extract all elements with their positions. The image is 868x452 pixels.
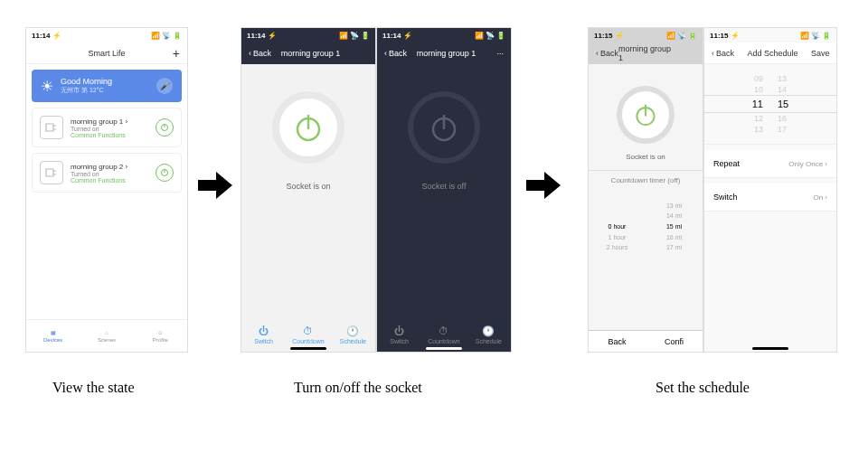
picker-confirm[interactable]: Confi bbox=[646, 331, 703, 352]
more-button[interactable]: ··· bbox=[486, 49, 504, 58]
power-button[interactable] bbox=[617, 86, 675, 144]
time: 11:14 ⚡ bbox=[247, 32, 277, 40]
plug-icon bbox=[40, 116, 63, 139]
status-bar: 11:14 ⚡ 📶 📡 🔋 bbox=[241, 28, 375, 42]
signal-icons: 📶 📡 🔋 bbox=[666, 32, 697, 40]
setting-value: On › bbox=[813, 193, 827, 202]
picker-sel: 0 hour bbox=[589, 221, 646, 232]
back-button[interactable]: ‹Back bbox=[384, 49, 407, 58]
back-button[interactable]: ‹Back bbox=[712, 49, 734, 58]
tab-switch[interactable]: ⏻Switch bbox=[241, 324, 286, 344]
time-picker[interactable]: 0 hour 1 hour 2 hours 13 mi 14 mi 15 mi … bbox=[589, 201, 703, 252]
caption: Turn on/off the socket bbox=[294, 380, 422, 396]
switch-setting[interactable]: Switch On › bbox=[704, 184, 836, 212]
minute-column[interactable]: 13 mi 14 mi 15 mi 16 mi 17 mi bbox=[646, 201, 703, 252]
nav-bar: ‹Back morning group 1 bbox=[589, 42, 703, 64]
app-title: Smart Life bbox=[88, 49, 125, 58]
phone-schedule: 11:15 ⚡ 📶 📡 🔋 ‹Back Add Schedule Save 09… bbox=[703, 27, 837, 353]
greeting: Good Morning bbox=[61, 77, 112, 86]
device-row[interactable]: morning group 1 › Turned on Common Funct… bbox=[32, 108, 182, 147]
home-indicator[interactable] bbox=[426, 347, 462, 350]
tab-schedule[interactable]: 🕐Schedule bbox=[467, 324, 511, 344]
device-name: morning group 2 › bbox=[71, 163, 148, 171]
power-button[interactable] bbox=[408, 91, 480, 164]
nav-bar: Smart Life + bbox=[26, 42, 187, 64]
tab-switch[interactable]: ⏻Switch bbox=[377, 324, 421, 344]
phone-countdown: 11:15 ⚡ 📶 📡 🔋 ‹Back morning group 1 Sock… bbox=[588, 27, 703, 353]
setting-label: Switch bbox=[713, 193, 738, 202]
home-icon: ⌂ bbox=[105, 330, 108, 335]
picker-row: 0913 bbox=[704, 73, 836, 84]
back-button[interactable]: ‹Back bbox=[249, 49, 271, 58]
socket-state-label: Socket is on bbox=[589, 153, 703, 161]
nav-bar: ‹Back morning group 1 ··· bbox=[377, 42, 511, 64]
common-functions-link[interactable]: Common Functions bbox=[71, 177, 148, 184]
tab-scenes[interactable]: ⌂Scenes bbox=[80, 320, 133, 352]
phone-socket-off: 11:14 ⚡ 📶 📡 🔋 ‹Back morning group 1 ··· … bbox=[376, 27, 512, 353]
weather-info: 无州市 第 12°C bbox=[61, 86, 112, 95]
grid-icon: ▦ bbox=[51, 329, 56, 335]
chevron-left-icon: ‹ bbox=[712, 49, 714, 58]
status-bar: 11:15 ⚡ 📶 📡 🔋 bbox=[704, 28, 836, 42]
weather-banner[interactable]: ☀ Good Morning 无州市 第 12°C 🎤 bbox=[32, 70, 182, 102]
status-bar: 11:14 ⚡ 📶 📡 🔋 bbox=[377, 28, 511, 42]
signal-icons: 📶 📡 🔋 bbox=[151, 32, 182, 40]
signal-icons: 📶 📡 🔋 bbox=[339, 32, 370, 40]
status-bar: 11:14 ⚡ 📶 📡 🔋 bbox=[26, 28, 187, 42]
clock-icon: 🕐 bbox=[331, 324, 375, 338]
socket-state-label: Socket is on bbox=[241, 182, 375, 191]
clock-icon: 🕐 bbox=[467, 324, 511, 338]
power-icon: ⏻ bbox=[241, 324, 286, 338]
setting-value: Only Once › bbox=[788, 160, 827, 168]
tab-bar: ▦Devices ⌂Scenes ☺Profile bbox=[26, 319, 187, 352]
device-row[interactable]: morning group 2 › Turned on Common Funct… bbox=[32, 153, 182, 193]
tab-profile[interactable]: ☺Profile bbox=[134, 320, 187, 352]
back-button[interactable]: ‹Back bbox=[596, 49, 618, 58]
setting-label: Repeat bbox=[713, 159, 740, 168]
arrow-icon bbox=[526, 172, 561, 199]
power-toggle[interactable] bbox=[156, 164, 174, 182]
countdown-title: Countdown timer (off) bbox=[589, 170, 703, 184]
picker-actions: Back Confi bbox=[589, 330, 703, 352]
picker-row: 1014 bbox=[704, 84, 836, 95]
time: 11:14 ⚡ bbox=[382, 32, 412, 40]
save-button[interactable]: Save bbox=[811, 49, 829, 58]
add-button[interactable]: + bbox=[162, 46, 180, 61]
picker-row: 1317 bbox=[704, 124, 836, 135]
power-toggle[interactable] bbox=[156, 118, 174, 137]
device-name: morning group 1 › bbox=[71, 118, 148, 126]
common-functions-link[interactable]: Common Functions bbox=[71, 132, 148, 138]
tab-schedule[interactable]: 🕐Schedule bbox=[331, 324, 375, 344]
picker-sel: 15 mi bbox=[646, 221, 703, 232]
tab-devices[interactable]: ▦Devices bbox=[26, 320, 80, 352]
power-button[interactable] bbox=[272, 91, 344, 164]
sun-icon: ☀ bbox=[41, 78, 53, 95]
picker-row: 1216 bbox=[704, 113, 836, 124]
hour-column[interactable]: 0 hour 1 hour 2 hours bbox=[589, 201, 646, 252]
timer-icon: ⏱ bbox=[286, 324, 330, 338]
picker-back[interactable]: Back bbox=[589, 331, 646, 352]
nav-bar: ‹Back Add Schedule Save bbox=[704, 42, 836, 64]
bottom-tabs: ⏻Switch ⏱Countdown 🕐Schedule bbox=[241, 324, 375, 344]
bottom-tabs: ⏻Switch ⏱Countdown 🕐Schedule bbox=[377, 324, 511, 344]
time: 11:15 ⚡ bbox=[710, 32, 740, 40]
socket-state-label: Socket is off bbox=[377, 182, 511, 191]
page-title: morning group 1 bbox=[281, 49, 341, 58]
page-title: morning group 1 bbox=[618, 44, 677, 62]
mic-icon: 🎤 bbox=[160, 81, 170, 90]
timer-icon: ⏱ bbox=[421, 324, 466, 338]
arrow-icon bbox=[198, 172, 232, 199]
tab-countdown[interactable]: ⏱Countdown bbox=[286, 324, 330, 344]
caption: Set the schedule bbox=[656, 380, 750, 396]
repeat-setting[interactable]: Repeat Only Once › bbox=[704, 150, 836, 178]
time-picker[interactable]: 0913 1014 1115 1216 1317 bbox=[704, 64, 836, 145]
status-bar: 11:15 ⚡ 📶 📡 🔋 bbox=[589, 28, 703, 42]
chevron-left-icon: ‹ bbox=[249, 49, 251, 58]
tab-countdown[interactable]: ⏱Countdown bbox=[421, 324, 466, 344]
picker-row-selected: 1115 bbox=[704, 95, 836, 113]
home-indicator[interactable] bbox=[752, 347, 788, 350]
nav-bar: ‹Back morning group 1 bbox=[241, 42, 375, 64]
phone-state: 11:14 ⚡ 📶 📡 🔋 Smart Life + ☀ Good Mornin… bbox=[25, 27, 188, 353]
home-indicator[interactable] bbox=[290, 347, 326, 350]
mic-button[interactable]: 🎤 bbox=[156, 78, 173, 94]
